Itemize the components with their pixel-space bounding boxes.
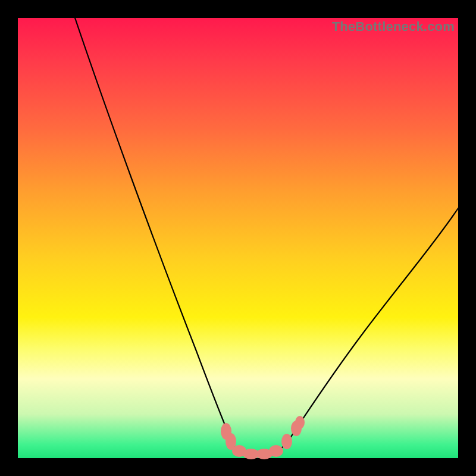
plot-area: TheBottleneck.com <box>18 18 458 458</box>
marker-dot <box>269 445 283 457</box>
chart-svg <box>18 18 458 458</box>
chart-frame: TheBottleneck.com <box>0 0 476 476</box>
marker-dot <box>281 434 292 449</box>
marker-dot <box>295 416 305 429</box>
curve-left-branch <box>75 18 234 446</box>
curve-right-branch <box>289 208 458 440</box>
curve-markers <box>221 416 305 459</box>
